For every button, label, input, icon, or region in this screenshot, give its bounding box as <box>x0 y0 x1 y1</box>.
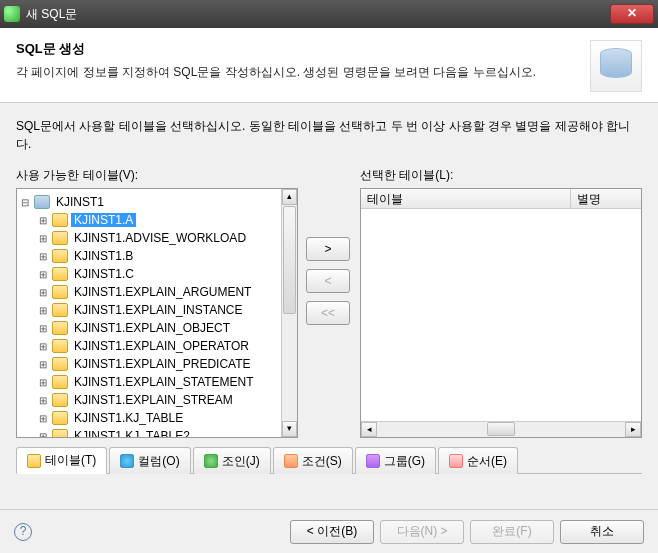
columns-icon <box>120 454 134 468</box>
table-icon <box>52 411 68 425</box>
finish-button[interactable]: 완료(F) <box>470 520 554 544</box>
tree-item[interactable]: ⊞KJINST1.EXPLAIN_OBJECT <box>19 319 279 337</box>
tree-item-label: KJINST1.C <box>71 267 137 281</box>
page-title: SQL문 생성 <box>16 40 580 58</box>
table-icon <box>52 375 68 389</box>
selected-col-table[interactable]: 테이블 <box>361 189 571 208</box>
tree-item-label: KJINST1.EXPLAIN_OBJECT <box>71 321 233 335</box>
tree-item[interactable]: ⊞KJINST1.ADVISE_WORKLOAD <box>19 229 279 247</box>
wizard-tabs: 테이블(T)컬럼(O)조인(J)조건(S)그룹(G)순서(E) <box>16 446 642 474</box>
tab-label: 조인(J) <box>222 453 260 470</box>
tree-item-label: KJINST1.A <box>71 213 136 227</box>
schema-icon <box>34 195 50 209</box>
help-button[interactable]: ? <box>14 523 32 541</box>
available-tables-label: 사용 가능한 테이블(V): <box>16 167 298 184</box>
tab-label: 조건(S) <box>302 453 342 470</box>
window-title: 새 SQL문 <box>26 6 610 23</box>
title-bar: 새 SQL문 ✕ <box>0 0 658 28</box>
tree-item-label: KJINST1.EXPLAIN_OPERATOR <box>71 339 252 353</box>
expand-icon[interactable]: ⊞ <box>37 287 49 298</box>
tree-scrollbar[interactable]: ▴ ▾ <box>281 189 297 437</box>
tree-item[interactable]: ⊞KJINST1.EXPLAIN_PREDICATE <box>19 355 279 373</box>
remove-button[interactable]: < <box>306 269 350 293</box>
scroll-thumb[interactable] <box>283 206 296 314</box>
expand-icon[interactable]: ⊞ <box>37 233 49 244</box>
wizard-footer: ? < 이전(B) 다음(N) > 완료(F) 취소 <box>0 509 658 553</box>
tree-item-label: KJINST1.KJ_TABLE2 <box>71 429 193 437</box>
tab-label: 순서(E) <box>467 453 507 470</box>
tree-item-label: KJINST1.EXPLAIN_ARGUMENT <box>71 285 254 299</box>
expand-icon[interactable]: ⊞ <box>37 323 49 334</box>
tree-item[interactable]: ⊞KJINST1.EXPLAIN_OPERATOR <box>19 337 279 355</box>
tree-item-label: KJINST1.KJ_TABLE <box>71 411 186 425</box>
expand-icon[interactable]: ⊟ <box>19 197 31 208</box>
table-icon <box>52 285 68 299</box>
tree-item-label: KJINST1.EXPLAIN_INSTANCE <box>71 303 246 317</box>
table-icon <box>52 393 68 407</box>
expand-icon[interactable]: ⊞ <box>37 395 49 406</box>
table-icon <box>52 357 68 371</box>
tree-item-label: KJINST1.EXPLAIN_STREAM <box>71 393 236 407</box>
app-icon <box>4 6 20 22</box>
group-icon <box>366 454 380 468</box>
cancel-button[interactable]: 취소 <box>560 520 644 544</box>
tree-item[interactable]: ⊞KJINST1.EXPLAIN_STREAM <box>19 391 279 409</box>
selected-col-alias[interactable]: 별명 <box>571 189 641 208</box>
table-icon <box>52 339 68 353</box>
header-db-icon <box>590 40 642 92</box>
tab-columns[interactable]: 컬럼(O) <box>109 447 190 474</box>
table-icon <box>52 231 68 245</box>
tab-label: 컬럼(O) <box>138 453 179 470</box>
expand-icon[interactable]: ⊞ <box>37 269 49 280</box>
tree-item[interactable]: ⊞KJINST1.EXPLAIN_STATEMENT <box>19 373 279 391</box>
tree-item-label: KJINST1.EXPLAIN_PREDICATE <box>71 357 254 371</box>
selected-tables-list[interactable]: 테이블 별명 ◂ ▸ <box>360 188 642 438</box>
back-button[interactable]: < 이전(B) <box>290 520 374 544</box>
tab-order[interactable]: 순서(E) <box>438 447 518 474</box>
expand-icon[interactable]: ⊞ <box>37 377 49 388</box>
tree-item[interactable]: ⊞KJINST1.KJ_TABLE <box>19 409 279 427</box>
scroll-up-button[interactable]: ▴ <box>282 189 297 205</box>
table-icon <box>52 429 68 437</box>
tree-item[interactable]: ⊞KJINST1.C <box>19 265 279 283</box>
tab-where[interactable]: 조건(S) <box>273 447 353 474</box>
tree-item[interactable]: ⊞KJINST1.B <box>19 247 279 265</box>
hscroll-thumb[interactable] <box>487 422 515 436</box>
tab-join[interactable]: 조인(J) <box>193 447 271 474</box>
hscroll-right-button[interactable]: ▸ <box>625 422 641 437</box>
expand-icon[interactable]: ⊞ <box>37 251 49 262</box>
expand-icon[interactable]: ⊞ <box>37 305 49 316</box>
where-icon <box>284 454 298 468</box>
table-icon <box>52 213 68 227</box>
tab-table[interactable]: 테이블(T) <box>16 447 107 474</box>
tab-label: 그룹(G) <box>384 453 425 470</box>
hscroll-left-button[interactable]: ◂ <box>361 422 377 437</box>
table-icon <box>52 303 68 317</box>
tree-item-label: KJINST1.ADVISE_WORKLOAD <box>71 231 249 245</box>
close-button[interactable]: ✕ <box>610 4 654 24</box>
table-icon <box>27 454 41 468</box>
expand-icon[interactable]: ⊞ <box>37 341 49 352</box>
tree-item[interactable]: ⊞KJINST1.A <box>19 211 279 229</box>
tree-item[interactable]: ⊞KJINST1.EXPLAIN_INSTANCE <box>19 301 279 319</box>
tree-root[interactable]: ⊟KJINST1 <box>19 193 279 211</box>
expand-icon[interactable]: ⊞ <box>37 359 49 370</box>
remove-all-button[interactable]: << <box>306 301 350 325</box>
tree-item[interactable]: ⊞KJINST1.KJ_TABLE2 <box>19 427 279 437</box>
tab-group[interactable]: 그룹(G) <box>355 447 436 474</box>
table-icon <box>52 267 68 281</box>
table-icon <box>52 249 68 263</box>
expand-icon[interactable]: ⊞ <box>37 431 49 438</box>
available-tables-tree[interactable]: ⊟KJINST1⊞KJINST1.A⊞KJINST1.ADVISE_WORKLO… <box>16 188 298 438</box>
page-subtitle: 각 페이지에 정보를 지정하여 SQL문을 작성하십시오. 생성된 명령문을 보… <box>16 64 580 81</box>
add-button[interactable]: > <box>306 237 350 261</box>
expand-icon[interactable]: ⊞ <box>37 413 49 424</box>
tree-item[interactable]: ⊞KJINST1.EXPLAIN_ARGUMENT <box>19 283 279 301</box>
scroll-down-button[interactable]: ▾ <box>282 421 297 437</box>
selected-tables-label: 선택한 테이블(L): <box>360 167 642 184</box>
expand-icon[interactable]: ⊞ <box>37 215 49 226</box>
order-icon <box>449 454 463 468</box>
next-button[interactable]: 다음(N) > <box>380 520 464 544</box>
join-icon <box>204 454 218 468</box>
selected-h-scrollbar[interactable]: ◂ ▸ <box>361 421 641 437</box>
